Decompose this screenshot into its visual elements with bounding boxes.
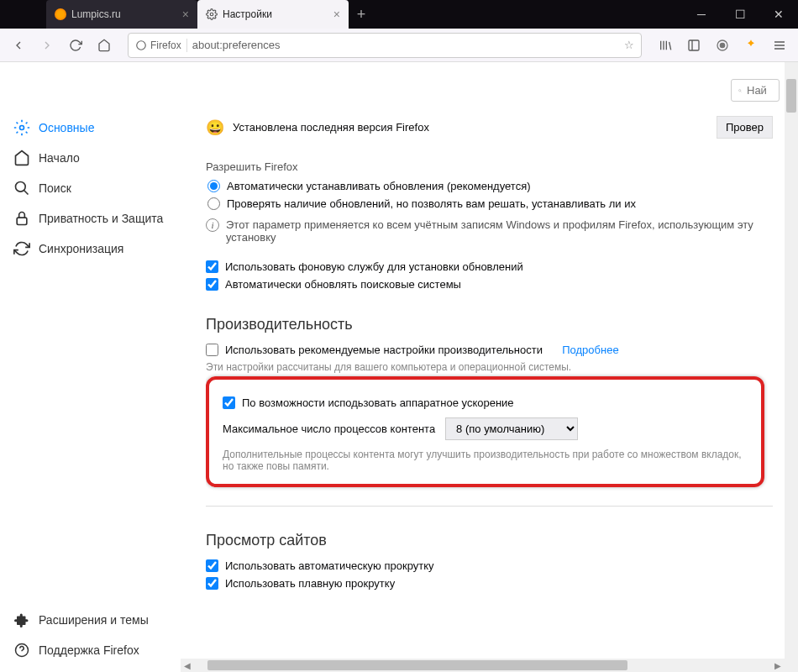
scroll-right-icon[interactable]: ▶ (771, 661, 785, 670)
close-icon[interactable]: × (182, 8, 189, 21)
content-process-label: Максимальное число процессов контента (223, 423, 435, 435)
sync-icon (13, 240, 30, 257)
tracking-protection-icon[interactable] (709, 32, 736, 59)
checkbox-update-engines[interactable] (206, 278, 218, 291)
radio-auto-install[interactable] (207, 180, 220, 192)
url-input[interactable] (192, 39, 619, 51)
main-pane: 😀 Установлена последняя версия Firefox П… (181, 62, 798, 672)
check-updates-button[interactable]: Провер (717, 116, 773, 139)
sidebar-item-home[interactable]: Начало (7, 143, 174, 173)
svg-rect-2 (689, 40, 699, 50)
new-tab-button[interactable]: + (349, 0, 374, 29)
extension-icon[interactable] (738, 32, 764, 59)
tab-settings[interactable]: Настройки × (197, 0, 349, 29)
identity-label: Firefox (150, 39, 181, 51)
app-menu-button[interactable] (766, 32, 793, 59)
svg-point-4 (720, 43, 724, 47)
firefox-identity-icon (135, 39, 147, 51)
radio-label: Проверять наличие обновлений, но позволя… (227, 197, 636, 210)
scroll-left-icon[interactable]: ◀ (181, 661, 194, 670)
close-icon[interactable]: × (333, 8, 340, 21)
browsing-heading: Просмотр сайтов (206, 532, 798, 549)
search-icon (738, 85, 742, 97)
sidebar-item-privacy[interactable]: Приватность и Защита (7, 203, 174, 234)
window-controls: ─ ☐ ✕ (682, 0, 798, 29)
separator (186, 39, 187, 52)
nav-toolbar: Firefox ☆ (0, 29, 798, 62)
forward-button[interactable] (34, 32, 60, 59)
highlighted-region: По возможности исподьзовать аппаратное у… (206, 376, 764, 487)
radio-label: Автоматически устанавливать обновления (… (227, 180, 531, 192)
lumpics-favicon-icon (55, 8, 66, 20)
minimize-button[interactable]: ─ (682, 0, 721, 29)
sidebar-item-label: Поиск (39, 181, 71, 195)
library-button[interactable] (652, 32, 679, 59)
vertical-scrollbar[interactable] (785, 62, 798, 672)
sidebar-item-support[interactable]: Поддержка Firefox (7, 635, 174, 665)
checkbox-hw-accel[interactable] (223, 396, 235, 409)
svg-point-0 (210, 13, 213, 16)
update-status-label: Установлена последняя версия Firefox (233, 121, 429, 134)
info-text: Этот параметр применяется ко всем учётны… (226, 218, 778, 244)
sidebar-item-sync[interactable]: Синхронизация (7, 234, 174, 264)
sidebar-item-label: Начало (39, 151, 80, 165)
help-icon (13, 642, 30, 659)
perf-help-text: Эти настройки рассчитаны для вашего комп… (206, 361, 798, 373)
smile-emoji-icon: 😀 (206, 118, 224, 137)
svg-point-1 (137, 40, 146, 50)
info-icon: i (206, 218, 219, 232)
sidebar-item-search[interactable]: Поиск (7, 173, 174, 203)
divider (206, 506, 773, 507)
svg-point-6 (16, 182, 26, 192)
sidebar-item-label: Расширения и темы (39, 613, 149, 627)
search-icon (13, 180, 30, 197)
horizontal-scrollbar[interactable]: ◀ ▶ (181, 659, 785, 672)
svg-rect-7 (17, 218, 27, 224)
preferences-content: Основные Начало Поиск Приватность и Защи… (0, 62, 798, 672)
checkbox-label: Использовать рекомендуемые настройки про… (225, 344, 543, 356)
content-process-select[interactable]: 8 (по умолчанию) (445, 417, 578, 440)
back-button[interactable] (5, 32, 32, 59)
allow-label: Разрешить Firefox (206, 160, 798, 173)
checkbox-use-recommended[interactable] (206, 344, 218, 356)
checkbox-bg-service[interactable] (206, 260, 218, 273)
tab-label: Lumpics.ru (71, 8, 121, 20)
settings-search-input[interactable] (747, 84, 772, 97)
home-icon (13, 150, 30, 166)
url-bar[interactable]: Firefox ☆ (128, 33, 642, 58)
home-button[interactable] (91, 32, 118, 59)
gear-icon (13, 119, 30, 136)
checkbox-label: Использовать фоновую службу для установк… (225, 260, 523, 273)
sidebar-item-label: Приватность и Защита (39, 212, 163, 225)
sidebar-item-label: Синхронизация (39, 242, 123, 255)
reload-button[interactable] (62, 32, 89, 59)
sidebar-toggle-button[interactable] (680, 32, 707, 59)
performance-heading: Производительность (206, 316, 798, 333)
svg-point-5 (20, 126, 24, 130)
close-window-button[interactable]: ✕ (759, 0, 798, 29)
checkbox-label: Использовать плавную прокрутку (225, 577, 395, 590)
learn-more-link[interactable]: Подробнее (562, 344, 618, 356)
checkbox-autoscroll[interactable] (206, 559, 218, 572)
tab-label: Настройки (223, 8, 272, 20)
sidebar-item-label: Основные (39, 121, 94, 134)
categories-sidebar: Основные Начало Поиск Приватность и Защи… (0, 62, 181, 672)
bookmark-star-icon[interactable]: ☆ (624, 39, 634, 51)
sidebar-item-extensions[interactable]: Расширения и темы (7, 605, 174, 635)
identity-box[interactable]: Firefox (135, 39, 181, 51)
tab-lumpics[interactable]: Lumpics.ru × (46, 0, 197, 29)
sidebar-item-general[interactable]: Основные (7, 113, 174, 143)
maximize-button[interactable]: ☐ (721, 0, 759, 29)
lock-icon (13, 210, 30, 227)
settings-search[interactable] (731, 79, 780, 102)
gear-favicon-icon (206, 8, 218, 20)
checkbox-label: По возможности исподьзовать аппаратное у… (242, 396, 514, 409)
checkbox-label: Использовать автоматическую прокрутку (225, 559, 434, 572)
tab-strip: Lumpics.ru × Настройки × + (0, 0, 374, 29)
radio-check-only[interactable] (207, 197, 220, 210)
puzzle-icon (13, 612, 30, 628)
checkbox-smoothscroll[interactable] (206, 577, 218, 590)
titlebar: Lumpics.ru × Настройки × + ─ ☐ ✕ (0, 0, 798, 29)
svg-point-9 (739, 89, 741, 91)
perf-help-text2: Дополнительные процессы контента могут у… (223, 449, 748, 472)
